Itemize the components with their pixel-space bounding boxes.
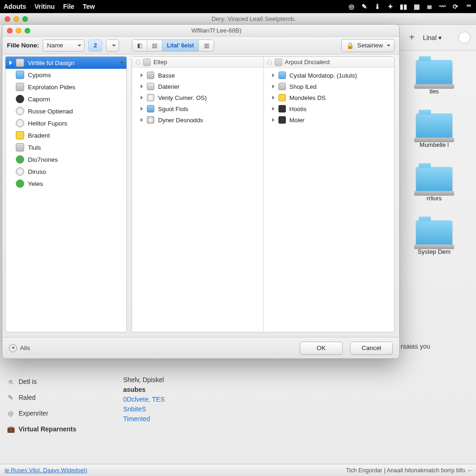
sidebar-item[interactable]: Helitor Fupors [6, 117, 126, 129]
disclosure-triangle-icon[interactable] [272, 96, 274, 100]
disclosure-triangle-icon[interactable] [140, 107, 143, 111]
sidebar-item[interactable]: Bradent [6, 129, 126, 141]
sidebar-item[interactable]: Exprolaton Pides [6, 81, 126, 93]
sidebar-item[interactable]: Tiuls [6, 141, 126, 153]
pane-header[interactable]: Arpout Dncialerd [264, 57, 395, 68]
status-left-link[interactable]: ie Ruses Viloi. Daays Widedset) [5, 467, 87, 474]
user-icon[interactable]: ◎ [348, 3, 355, 10]
menu-item-tew[interactable]: Tew [83, 3, 95, 10]
disclosure-triangle-icon[interactable] [272, 73, 274, 78]
close-icon[interactable] [7, 28, 13, 33]
disclosure-triangle-icon[interactable] [140, 73, 143, 78]
name-select[interactable]: Name [43, 40, 85, 52]
footer-left[interactable]: ✦ Alis [9, 344, 30, 352]
sidebar-item-detlis[interactable]: ⎋Detl is [4, 376, 112, 387]
notes-link[interactable]: 0Dclvete, TES [123, 395, 318, 404]
list-item[interactable]: Sguot Fiols [132, 103, 263, 114]
refresh-icon[interactable]: ⟳ [452, 3, 459, 10]
detail-dropdown[interactable]: 🔒 Setairiew [341, 39, 395, 52]
item-icon [147, 83, 154, 90]
disclosure-triangle-icon[interactable] [272, 107, 274, 111]
search-field[interactable] [458, 32, 470, 44]
menu-item-adouts[interactable]: Adouts [4, 3, 26, 10]
item-icon [278, 83, 286, 90]
cancel-button[interactable]: Cancel [350, 342, 393, 355]
pane-body: Cystal Mordatop. (1utuls)Shop lLedMondel… [264, 68, 395, 332]
disclosure-triangle-icon[interactable] [140, 96, 143, 100]
nav-icon[interactable] [267, 60, 272, 65]
item-icon [278, 72, 286, 79]
disclosure-triangle-icon[interactable] [9, 60, 12, 65]
wave-icon[interactable]: 〰 [439, 3, 446, 10]
sidebar-item-virtual-reparnents[interactable]: 💼Virtual Reparnents [4, 423, 112, 435]
nav-icon[interactable] [136, 60, 140, 65]
minimize-icon[interactable] [16, 28, 21, 33]
ok-button[interactable]: OK [300, 342, 343, 355]
notes-link[interactable]: Timented [123, 414, 318, 424]
disclosure-triangle-icon[interactable] [272, 85, 274, 89]
item-icon [147, 72, 154, 79]
disclosure-triangle-icon[interactable] [140, 118, 143, 122]
pane-body: BasseDaterierVenty Cumer. OS)Sguot Fiols… [132, 68, 263, 332]
close-icon[interactable] [5, 16, 10, 22]
battery-icon[interactable]: ▮▮ [400, 3, 407, 10]
view-list-button[interactable]: Lital' 6eist [162, 40, 199, 51]
view-icon-1[interactable]: ◧ [132, 40, 147, 51]
pen-icon[interactable]: ✎ [361, 3, 368, 10]
pane-header[interactable]: Eltep [132, 57, 263, 68]
zoom-icon[interactable] [22, 16, 28, 22]
sidebar-item[interactable]: Russe Optienad [6, 105, 126, 117]
sidebar-item[interactable]: Yeles [6, 178, 126, 190]
star-icon[interactable]: ✦ [387, 3, 394, 10]
sidebar-item-expenriter[interactable]: ◎Expenriter [4, 408, 112, 419]
item-icon [16, 59, 24, 67]
view-segmented[interactable]: ◧ ▤ Lital' 6eist ▥ [132, 40, 214, 52]
folder-tile[interactable]: Mumbelle l [406, 113, 462, 148]
view-icon-2[interactable]: ▤ [147, 40, 162, 51]
notes-link[interactable]: SnbiteS [123, 404, 318, 414]
view-icon-3[interactable]: ▥ [199, 40, 214, 51]
grid-icon[interactable]: ▦ [413, 3, 420, 10]
sidebar-item[interactable]: Virtlile fol Dasign [6, 57, 126, 69]
list-item[interactable]: Moler [264, 114, 395, 126]
status-bar: ie Ruses Viloi. Daays Widedset) Tich Eng… [0, 464, 476, 476]
small-select[interactable] [106, 40, 119, 52]
item-label: Virtlile fol Dasign [28, 60, 74, 66]
folder-tile[interactable]: tles [406, 60, 462, 95]
list-icon[interactable]: ≣ [426, 3, 433, 10]
chevron-down-icon: ▾ [438, 34, 442, 41]
menu-item-vritinu[interactable]: Vritinu [34, 3, 55, 10]
add-button[interactable]: + [405, 30, 418, 45]
list-item[interactable]: Shop lLed [264, 81, 395, 92]
sidebar-item[interactable]: Diruso [6, 165, 126, 178]
parent-window-title: Dery: Viraced Lea6 Seetptemb. [31, 15, 476, 22]
sidebar-item[interactable]: Cypoms [6, 69, 126, 81]
folder-tile[interactable]: rrliurs [406, 167, 462, 202]
linal-dropdown[interactable]: Linal ▾ [423, 34, 442, 41]
parent-titlebar: Dery: Viraced Lea6 Seetptemb. [0, 13, 476, 25]
item-label: Dio7nones [28, 156, 58, 163]
folder-tile[interactable]: Systep Dem [406, 220, 462, 255]
sidebar-item[interactable]: Dio7nones [6, 153, 126, 165]
list-item[interactable]: Mondeles DS [264, 92, 395, 103]
temp-icon[interactable]: 🌡 [374, 3, 381, 10]
list-item[interactable]: Cystal Mordatop. (1utuls) [264, 70, 395, 81]
disclosure-triangle-icon[interactable] [272, 118, 274, 122]
clock-icon[interactable]: ᵗᴹ [465, 3, 472, 10]
item-icon [16, 119, 24, 127]
column-browser: EltepBasseDaterierVenty Cumer. OS)Sguot … [132, 56, 395, 332]
sidebar-item-raled[interactable]: ✎Raled [4, 392, 112, 403]
list-item[interactable]: Venty Cumer. OS) [132, 92, 263, 103]
disclosure-triangle-icon[interactable] [140, 85, 143, 89]
num-button[interactable]: 2 [88, 40, 102, 52]
status-right-text: Tich Engordar | Anaait hitonakmatch borr… [346, 467, 471, 474]
sidebar-item[interactable]: Caporm [6, 93, 126, 105]
item-label: Sguot Fiols [158, 106, 188, 112]
list-item[interactable]: Hootis [264, 103, 395, 114]
minimize-icon[interactable] [13, 16, 19, 22]
list-item[interactable]: Daterier [132, 81, 263, 92]
zoom-icon[interactable] [25, 28, 30, 33]
menu-item-file[interactable]: File [63, 3, 74, 10]
list-item[interactable]: Dyner Desnodds [132, 114, 263, 126]
list-item[interactable]: Basse [132, 70, 263, 81]
